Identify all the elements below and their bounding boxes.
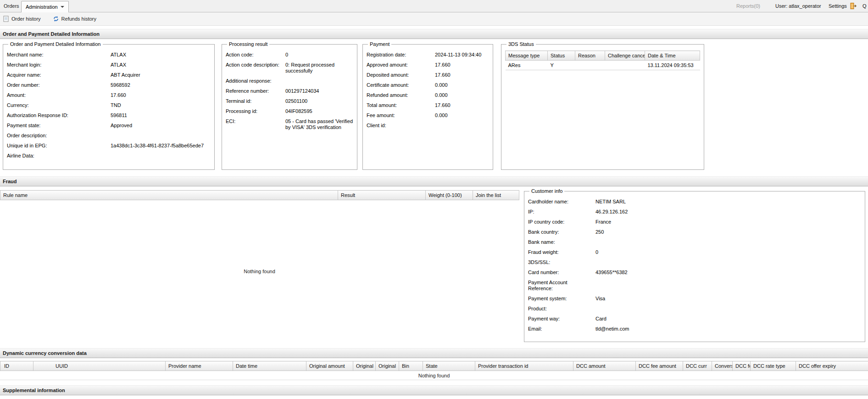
field-label: Airline Data: bbox=[7, 153, 111, 159]
field-value: 17.660 bbox=[435, 62, 489, 68]
field-label: Merchant login: bbox=[7, 62, 111, 68]
logout-door-icon[interactable] bbox=[850, 2, 857, 10]
field-label: Authorization Response ID: bbox=[7, 112, 111, 118]
payment-panel: Payment Registration date:2024-11-13 09:… bbox=[362, 41, 493, 170]
field-row: Email:tld@netim.com bbox=[528, 326, 861, 332]
three-ds-legend: 3DS Status bbox=[506, 41, 536, 47]
field-row: Action code:0 bbox=[226, 52, 353, 58]
section-header-dcc: Dynamic currency conversion data bbox=[0, 348, 868, 358]
column-header: Result bbox=[338, 191, 426, 200]
field-label: Merchant name: bbox=[7, 52, 111, 58]
field-row: Card number:439655**6382 bbox=[528, 270, 861, 275]
field-row: Approved amount:17.660 bbox=[367, 62, 489, 68]
section-header-supplemental: Supplemental information bbox=[0, 385, 868, 395]
field-label: Cardholder name: bbox=[528, 199, 595, 205]
field-label: IP: bbox=[528, 209, 595, 215]
column-header: Original bbox=[353, 361, 376, 371]
field-value: NETIM SARL bbox=[595, 199, 861, 205]
field-label: Amount: bbox=[7, 92, 111, 98]
field-label: Card number: bbox=[528, 270, 595, 275]
field-value: 439655**6382 bbox=[595, 270, 861, 275]
field-value bbox=[111, 133, 211, 139]
field-value: 2024-11-13 09:34:40 bbox=[435, 52, 489, 58]
field-value bbox=[285, 78, 353, 84]
document-icon bbox=[3, 16, 9, 22]
field-label: Refunded amount: bbox=[367, 92, 435, 98]
field-row: Merchant name:ATLAX bbox=[7, 52, 211, 58]
refunds-history-label: Refunds history bbox=[61, 16, 96, 22]
field-value: 0: Request processed successfully bbox=[285, 62, 353, 74]
field-label: Order number: bbox=[7, 82, 111, 88]
field-row: Payment state:Approved bbox=[7, 123, 211, 129]
field-row: Airline Data: bbox=[7, 153, 211, 159]
order-history-label: Order history bbox=[11, 16, 41, 22]
fraud-table: Rule nameResultWeight (0-100)Join the li… bbox=[0, 190, 519, 343]
field-label: Processing id: bbox=[226, 108, 285, 114]
field-value: Visa bbox=[595, 296, 861, 302]
field-value: 596811 bbox=[111, 112, 211, 118]
order-info-fields: Merchant name:ATLAXMerchant login:ATLAXA… bbox=[7, 52, 211, 159]
table-row: AResY13.11.2024 09:35:53 bbox=[506, 61, 700, 70]
field-row: Payment system:Visa bbox=[528, 296, 861, 302]
reports-link[interactable]: Reports(0) bbox=[736, 3, 760, 9]
field-value bbox=[435, 123, 489, 129]
field-value: 17.660 bbox=[111, 92, 211, 98]
top-tab-bar: Orders Administration Reports(0) User: a… bbox=[0, 0, 868, 12]
tab-administration[interactable]: Administration bbox=[21, 1, 69, 12]
field-row: Authorization Response ID:596811 bbox=[7, 112, 211, 118]
field-value bbox=[595, 239, 861, 245]
field-value: 04IF082595 bbox=[285, 108, 353, 114]
payment-legend: Payment bbox=[368, 41, 391, 47]
field-label: Fraud weight: bbox=[528, 249, 595, 255]
field-value: Card bbox=[595, 316, 861, 322]
tab-administration-label: Administration bbox=[26, 4, 58, 10]
column-header: DCC curr bbox=[683, 361, 712, 371]
user-label: User: atlax_operator bbox=[775, 3, 821, 9]
field-row: Order number:5968592 bbox=[7, 82, 211, 88]
field-label: Deposited amount: bbox=[367, 72, 435, 78]
column-header: Challenge cancel bbox=[605, 51, 645, 61]
field-row: Cardholder name:NETIM SARL bbox=[528, 199, 861, 205]
customer-info-panel: Customer info Cardholder name:NETIM SARL… bbox=[524, 188, 865, 342]
field-value bbox=[595, 259, 861, 265]
order-history-button[interactable]: Order history bbox=[3, 16, 41, 22]
column-header: UUID bbox=[33, 361, 166, 371]
field-row: Processing id:04IF082595 bbox=[226, 108, 353, 114]
field-value: ABT Acquirer bbox=[111, 72, 211, 78]
column-header: ID bbox=[0, 361, 33, 371]
table-cell: 13.11.2024 09:35:53 bbox=[645, 61, 700, 70]
field-row: Client id: bbox=[367, 123, 489, 129]
three-ds-status-panel: 3DS Status Message typeStatusReasonChall… bbox=[501, 41, 704, 170]
history-toolbar: Order history Refunds history bbox=[0, 12, 868, 26]
field-label: 3DS/SSL: bbox=[528, 259, 595, 265]
field-value: 0 bbox=[595, 249, 861, 255]
processing-result-legend: Processing result bbox=[227, 41, 269, 47]
section-header-order-payment: Order and Payment Detailed Information bbox=[0, 29, 868, 39]
field-value bbox=[111, 153, 211, 159]
field-row: Payment Account Reference: bbox=[528, 280, 861, 292]
field-label: Bank country: bbox=[528, 229, 595, 235]
settings-link[interactable]: Settings bbox=[829, 3, 847, 9]
column-header: Bin bbox=[399, 361, 423, 371]
tab-orders[interactable]: Orders bbox=[4, 3, 19, 9]
field-value: France bbox=[595, 219, 861, 225]
quit-link[interactable]: Q bbox=[862, 3, 867, 9]
column-header: DCC amount bbox=[573, 361, 636, 371]
field-row: IP:46.29.126.162 bbox=[528, 209, 861, 215]
field-row: ECI:05 - Card has passed 'Verified by VI… bbox=[226, 118, 353, 130]
processing-result-panel: Processing result Action code:0Action co… bbox=[222, 41, 357, 170]
field-value: 001297124034 bbox=[285, 88, 353, 94]
field-value: TND bbox=[111, 102, 211, 108]
column-header: Original bbox=[376, 361, 399, 371]
customer-info-fields: Cardholder name:NETIM SARLIP:46.29.126.1… bbox=[528, 199, 861, 332]
field-row: Fee amount:0.000 bbox=[367, 112, 489, 118]
field-label: Reference number: bbox=[226, 88, 285, 94]
column-header: DCC fee amount bbox=[636, 361, 683, 371]
field-label: Additional response: bbox=[226, 78, 285, 84]
field-row: Unique id in EPG:1a438dc1-3c38-4f61-8237… bbox=[7, 143, 211, 149]
refunds-history-button[interactable]: Refunds history bbox=[53, 16, 96, 22]
column-header: DCC rate type bbox=[751, 361, 796, 371]
field-value: 17.660 bbox=[435, 72, 489, 78]
table-cell bbox=[605, 61, 645, 70]
fraud-empty-message: Nothing found bbox=[0, 200, 519, 343]
